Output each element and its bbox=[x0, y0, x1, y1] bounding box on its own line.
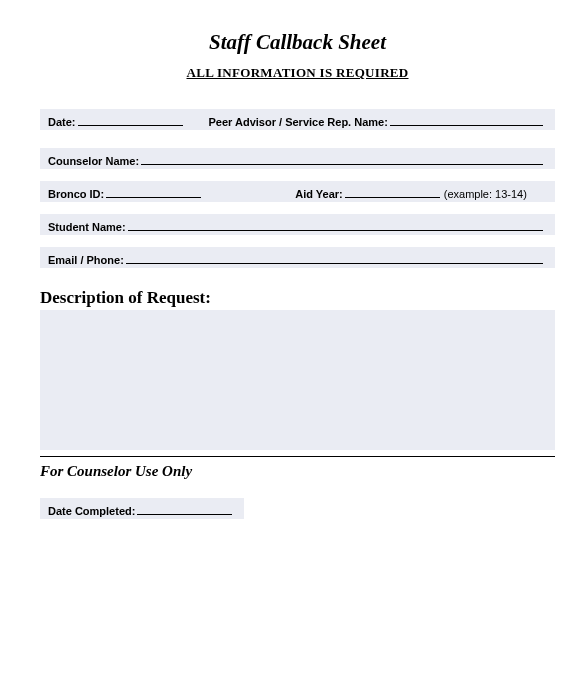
row-date-completed: Date Completed: bbox=[40, 498, 244, 519]
row-counselor: Counselor Name: bbox=[40, 148, 555, 169]
row-student: Student Name: bbox=[40, 214, 555, 235]
label-email-phone: Email / Phone: bbox=[48, 254, 124, 266]
input-bronco-id[interactable] bbox=[106, 187, 201, 198]
description-heading: Description of Request: bbox=[40, 288, 555, 308]
label-aid-year: Aid Year: bbox=[295, 188, 343, 200]
input-date[interactable] bbox=[78, 115, 183, 126]
input-student-name[interactable] bbox=[128, 220, 543, 231]
label-student-name: Student Name: bbox=[48, 221, 126, 233]
input-email-phone[interactable] bbox=[126, 253, 543, 264]
label-bronco-id: Bronco ID: bbox=[48, 188, 104, 200]
label-date-completed: Date Completed: bbox=[48, 505, 135, 517]
label-date: Date: bbox=[48, 116, 76, 128]
row-date-peer: Date: Peer Advisor / Service Rep. Name: bbox=[40, 109, 555, 130]
input-date-completed[interactable] bbox=[137, 504, 232, 515]
label-peer-advisor: Peer Advisor / Service Rep. Name: bbox=[209, 116, 388, 128]
label-counselor-name: Counselor Name: bbox=[48, 155, 139, 167]
row-email: Email / Phone: bbox=[40, 247, 555, 268]
divider-line bbox=[40, 456, 555, 457]
input-peer-advisor[interactable] bbox=[390, 115, 543, 126]
form-title: Staff Callback Sheet bbox=[40, 30, 555, 55]
input-counselor-name[interactable] bbox=[141, 154, 543, 165]
counselor-section-heading: For Counselor Use Only bbox=[40, 463, 555, 480]
form-subtitle: ALL INFORMATION IS REQUIRED bbox=[40, 65, 555, 81]
description-box[interactable] bbox=[40, 310, 555, 450]
aid-year-example: (example: 13-14) bbox=[444, 188, 527, 200]
row-bronco-aid: Bronco ID: Aid Year: (example: 13-14) bbox=[40, 181, 555, 202]
input-aid-year[interactable] bbox=[345, 187, 440, 198]
